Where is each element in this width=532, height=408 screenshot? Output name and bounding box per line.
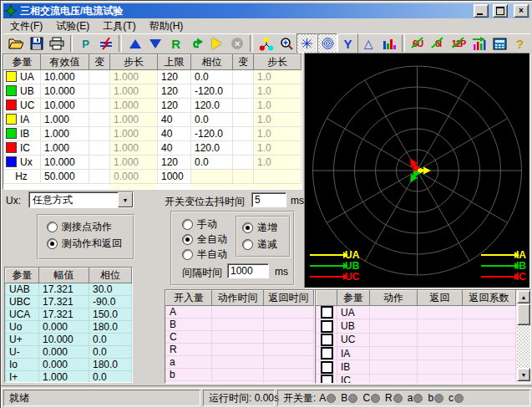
radio-decrease[interactable]: 递减 — [242, 237, 277, 252]
seq-row[interactable]: U-0.0000.0 — [6, 346, 132, 359]
col-header[interactable]: 参量 — [337, 291, 370, 306]
radio-semi-auto[interactable]: 半自动 — [182, 247, 227, 262]
rms-cell[interactable]: 10.000 — [41, 99, 89, 113]
harmonic-button[interactable] — [469, 33, 489, 54]
change-cell[interactable] — [89, 170, 110, 184]
col-header[interactable]: 变 — [89, 55, 110, 70]
radio-icon[interactable] — [242, 239, 253, 250]
menu-tools[interactable]: 工具(T) — [96, 18, 142, 34]
print-button[interactable] — [47, 33, 68, 54]
phase-step-cell[interactable]: 1.0 — [254, 113, 301, 127]
col-header[interactable]: 幅值 — [39, 268, 89, 283]
seq-row[interactable]: UCA17.321150.0 — [6, 309, 132, 321]
debounce-input[interactable]: 5 — [251, 192, 286, 207]
limit-cell[interactable]: 120 — [158, 99, 191, 113]
change-cell[interactable] — [233, 141, 254, 156]
phase-cell[interactable]: 0.0 — [191, 70, 233, 84]
col-header[interactable]: 步长 — [254, 55, 301, 70]
col-header[interactable]: 开入量 — [166, 291, 212, 306]
scrollbar-up-button[interactable]: ▲ — [517, 290, 530, 303]
change-cell[interactable] — [89, 127, 110, 141]
open-file-button[interactable] — [6, 33, 27, 54]
six-voltage-button[interactable]: 6U — [408, 33, 428, 54]
phase-cell[interactable]: -120.0 — [191, 84, 233, 99]
col-header[interactable]: 步长 — [110, 55, 158, 70]
menu-help[interactable]: 帮助(H) — [143, 18, 190, 34]
col-header[interactable]: 参量 — [4, 55, 41, 70]
menu-test[interactable]: 试验(E) — [49, 18, 96, 34]
param-row-hz[interactable]: Hz50.0000.0001000 — [4, 170, 301, 184]
row-checkbox[interactable] — [321, 306, 333, 319]
change-cell[interactable] — [89, 70, 110, 84]
rms-cell[interactable]: 50.000 — [41, 170, 89, 184]
phase-cell[interactable]: -120.0 — [191, 127, 233, 141]
ux-mode-select[interactable]: 任意方式 ▼ — [28, 191, 134, 208]
phase-cell[interactable]: 0.0 — [191, 113, 233, 127]
change-cell[interactable] — [233, 127, 254, 141]
change-cell[interactable] — [233, 156, 254, 170]
seq-row[interactable]: Io0.000180.0 — [6, 359, 132, 371]
radio-icon[interactable] — [182, 219, 193, 230]
phase-step-cell[interactable]: 1.0 — [254, 70, 301, 84]
limit-cell[interactable]: 120 — [158, 84, 191, 99]
param-cell[interactable]: UC — [4, 99, 41, 113]
close-button[interactable]: × — [514, 4, 529, 18]
step-cell[interactable]: 1.000 — [110, 84, 158, 99]
din-row[interactable]: c — [166, 381, 314, 385]
vertical-scrollbar[interactable]: ▲ ▼ — [517, 290, 530, 381]
step-cell[interactable]: 1.000 — [110, 127, 158, 141]
rms-cell[interactable]: 10.000 — [41, 156, 89, 170]
phase-cell[interactable]: 120.0 — [191, 99, 233, 113]
result-row[interactable]: IB — [317, 360, 516, 374]
din-row[interactable]: B — [166, 319, 314, 331]
row-checkbox[interactable] — [321, 347, 333, 360]
parameter-setup-button[interactable]: P — [75, 33, 96, 54]
col-header[interactable]: 相位 — [89, 268, 132, 283]
param-row-ua[interactable]: UA10.0001.0001200.01.0 — [4, 70, 301, 84]
twelve-phase-button[interactable]: 12P — [448, 33, 469, 54]
radio-icon[interactable] — [242, 222, 253, 233]
param-cell[interactable]: Ux — [4, 156, 41, 170]
radio-icon[interactable] — [47, 238, 58, 249]
change-cell[interactable] — [89, 156, 110, 170]
interval-input[interactable]: 1000 — [227, 263, 269, 278]
change-cell[interactable] — [89, 113, 110, 127]
undo-button[interactable] — [186, 33, 207, 54]
rms-cell[interactable]: 1.000 — [41, 141, 89, 156]
din-row[interactable]: R — [166, 344, 314, 356]
seq-row[interactable]: UAB17.32130.0 — [6, 283, 132, 296]
col-header[interactable]: 参量 — [6, 268, 39, 283]
col-header[interactable]: 变 — [233, 55, 254, 70]
step-up-button[interactable] — [124, 33, 145, 54]
phase-step-cell[interactable]: 1.0 — [254, 84, 301, 99]
col-header[interactable]: 有效值 — [41, 55, 89, 70]
radio-icon[interactable] — [47, 222, 58, 232]
param-cell[interactable]: UA — [4, 70, 41, 84]
reset-button[interactable]: R — [165, 33, 186, 54]
col-header[interactable]: 返回时间 — [264, 291, 314, 306]
param-row-ic[interactable]: IC1.0001.00040120.01.0 — [4, 141, 301, 156]
result-row[interactable]: IC — [317, 374, 516, 384]
dropdown-button[interactable]: ▼ — [118, 192, 133, 207]
stop-test-button[interactable]: ✕ — [227, 33, 248, 54]
din-row[interactable]: C — [166, 331, 314, 344]
rms-cell[interactable]: 10.000 — [41, 84, 89, 99]
impedance-button[interactable] — [96, 33, 117, 54]
phase-cell[interactable]: 120.0 — [191, 141, 233, 156]
step-cell[interactable]: 1.000 — [110, 70, 158, 84]
change-cell[interactable] — [89, 84, 110, 99]
phase-cell[interactable] — [191, 170, 233, 184]
maximize-button[interactable] — [493, 4, 508, 18]
seq-row[interactable]: U+10.0000.0 — [6, 334, 132, 346]
col-header[interactable]: 动作 — [370, 291, 418, 306]
col-header[interactable]: 返回 — [418, 291, 463, 306]
phase-step-cell[interactable]: 1.0 — [254, 156, 301, 170]
phasor-diagram-button[interactable] — [256, 33, 276, 54]
col-header[interactable]: 上限 — [158, 55, 191, 70]
param-cell[interactable]: IA — [4, 113, 41, 127]
step-cell[interactable]: 1.000 — [110, 113, 158, 127]
limit-cell[interactable]: 40 — [158, 113, 191, 127]
col-header[interactable]: 返回系数 — [463, 291, 516, 306]
minimize-button[interactable] — [474, 4, 489, 18]
result-row[interactable]: UC — [317, 333, 516, 346]
